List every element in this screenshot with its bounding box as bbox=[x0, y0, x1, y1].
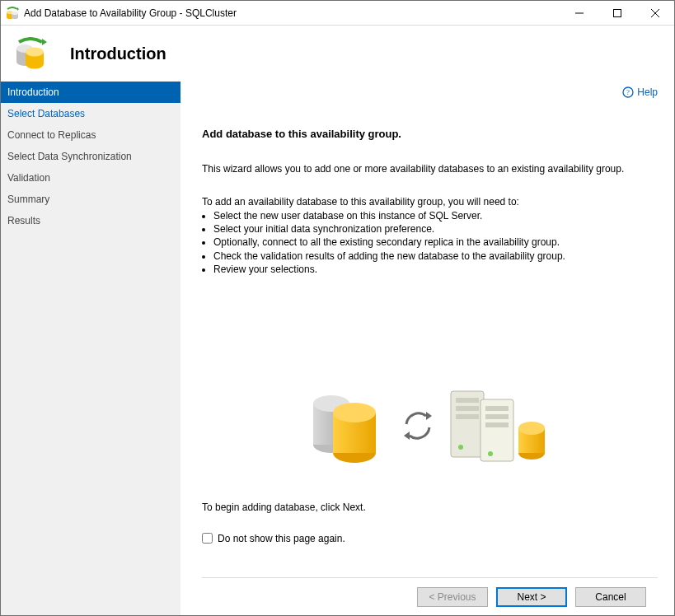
maximize-button[interactable] bbox=[598, 1, 636, 26]
dont-show-checkbox[interactable] bbox=[202, 533, 213, 544]
wizard-footer: < Previous Next > Cancel bbox=[202, 577, 658, 615]
description-text: This wizard allows you to add one or mor… bbox=[202, 163, 658, 175]
svg-point-25 bbox=[333, 403, 376, 422]
section-title: Add database to this availability group. bbox=[202, 128, 658, 140]
help-link[interactable]: Help bbox=[637, 86, 658, 98]
wizard-body: Introduction Select Databases Connect to… bbox=[1, 82, 674, 615]
svg-point-40 bbox=[518, 422, 545, 435]
svg-point-16 bbox=[26, 48, 44, 57]
minimize-button[interactable] bbox=[560, 1, 598, 26]
svg-rect-8 bbox=[614, 9, 621, 16]
dont-show-label: Do not show this page again. bbox=[218, 533, 345, 544]
sync-illustration-icon bbox=[307, 375, 554, 465]
illustration bbox=[202, 375, 658, 465]
help-icon: ? bbox=[622, 86, 634, 98]
next-button[interactable]: Next > bbox=[496, 587, 567, 607]
svg-point-5 bbox=[12, 12, 18, 15]
wizard-nav: Introduction Select Databases Connect to… bbox=[1, 82, 180, 615]
svg-rect-31 bbox=[456, 414, 479, 419]
lead-text: To add an availability database to this … bbox=[202, 196, 658, 208]
svg-marker-27 bbox=[404, 432, 410, 440]
begin-text: To begin adding database, click Next. bbox=[202, 502, 658, 513]
svg-point-37 bbox=[488, 451, 493, 456]
nav-item-introduction[interactable]: Introduction bbox=[1, 82, 180, 103]
svg-rect-29 bbox=[456, 398, 479, 403]
svg-marker-26 bbox=[426, 412, 432, 420]
cancel-button[interactable]: Cancel bbox=[575, 587, 646, 607]
bullet-item: Optionally, connect to all the existing … bbox=[213, 236, 658, 249]
nav-item-select-databases[interactable]: Select Databases bbox=[1, 103, 180, 124]
close-button[interactable] bbox=[636, 1, 674, 26]
previous-button: < Previous bbox=[417, 587, 488, 607]
svg-text:?: ? bbox=[626, 88, 630, 96]
svg-rect-34 bbox=[485, 406, 509, 411]
svg-rect-35 bbox=[485, 414, 509, 419]
bullet-list: Select the new user database on this ins… bbox=[213, 209, 658, 276]
nav-item-summary[interactable]: Summary bbox=[1, 189, 180, 210]
bullet-item: Check the validation results of adding t… bbox=[213, 250, 658, 263]
wizard-window: Add Database to Availability Group - SQL… bbox=[0, 0, 675, 616]
bullet-item: Select your initial data synchronization… bbox=[213, 222, 658, 236]
nav-item-results[interactable]: Results bbox=[1, 210, 180, 231]
svg-rect-36 bbox=[485, 422, 509, 427]
svg-marker-6 bbox=[17, 7, 19, 11]
dont-show-row: Do not show this page again. bbox=[202, 533, 658, 544]
wizard-icon bbox=[14, 37, 47, 70]
help-row: ? Help bbox=[202, 85, 658, 98]
page-title: Introduction bbox=[70, 44, 166, 63]
bullet-item: Select the new user database on this ins… bbox=[213, 209, 658, 222]
wizard-header: Introduction bbox=[1, 26, 674, 82]
nav-item-data-sync[interactable]: Select Data Synchronization bbox=[1, 146, 180, 167]
svg-point-32 bbox=[458, 445, 463, 450]
wizard-main: ? Help Add database to this availability… bbox=[180, 82, 674, 615]
bullet-item: Review your selections. bbox=[213, 263, 658, 276]
app-icon bbox=[6, 7, 19, 20]
svg-rect-30 bbox=[456, 406, 479, 411]
nav-item-validation[interactable]: Validation bbox=[1, 167, 180, 189]
nav-item-connect-replicas[interactable]: Connect to Replicas bbox=[1, 124, 180, 146]
svg-marker-17 bbox=[42, 39, 47, 45]
window-controls bbox=[560, 1, 674, 26]
content: Add database to this availability group.… bbox=[202, 98, 658, 577]
window-title: Add Database to Availability Group - SQL… bbox=[24, 7, 560, 19]
titlebar: Add Database to Availability Group - SQL… bbox=[1, 1, 674, 26]
